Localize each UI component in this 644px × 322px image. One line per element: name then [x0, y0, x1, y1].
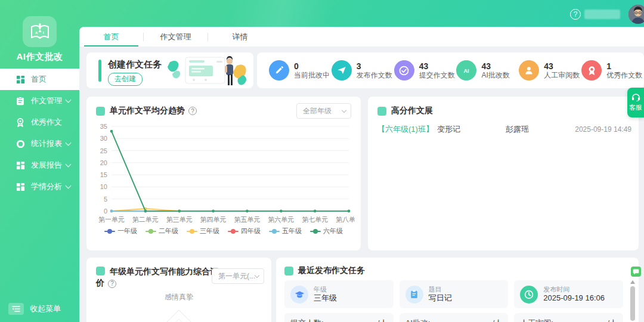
task-info-card-0: 年级三年级	[284, 280, 394, 308]
card-value: 2025-09-19 16:06	[543, 293, 605, 303]
plane-icon	[332, 60, 352, 80]
unit-select[interactable]: 第一单元(...	[212, 268, 264, 284]
svg-text:30: 30	[100, 135, 107, 142]
highscore-panel-title: 高分作文展	[391, 106, 433, 116]
legend-item-0[interactable]: 一年级	[104, 227, 137, 236]
sidebar: A I AI作文批改 首页作文管理优秀作文统计报表发展报告学情分析 收起菜单	[0, 0, 79, 322]
legend-marker	[228, 229, 239, 234]
banner-accent-bar	[98, 60, 101, 82]
legend-marker	[310, 229, 321, 234]
chevron-down-icon	[342, 108, 346, 113]
user-name-blurred	[584, 10, 620, 19]
ability-help-icon[interactable]: ?	[108, 280, 116, 288]
panel-bullet	[284, 267, 293, 275]
svg-text:第二单元: 第二单元	[132, 216, 159, 223]
legend-item-1[interactable]: 二年级	[145, 227, 178, 236]
stat-row-label: 提交人数:	[290, 318, 324, 322]
stat-row-label: 人工审阅:	[520, 318, 553, 322]
ring-icon	[16, 139, 25, 148]
sidebar-item-3[interactable]: 统计报表	[0, 133, 79, 154]
stats-summary-card: 0当前批改中3发布作文数43提交作文数AI43AI批改数43人工审阅数1优秀作文…	[257, 52, 644, 88]
radar-chart	[86, 302, 271, 322]
sidebar-item-1[interactable]: 作文管理	[0, 90, 79, 112]
sidebar-item-label: 作文管理	[31, 95, 62, 106]
recent-task-panel: 最近发布作文任务 年级三年级题目写日记发布时间2025-09-19 16:06 …	[276, 258, 639, 322]
chart-legend: 一年级二年级三年级四年级五年级六年级	[86, 227, 361, 236]
ability-panel-title-block: 年级单元作文写作能力综合评价?	[96, 266, 224, 289]
app-logo-icon: A I	[23, 16, 57, 47]
legend-item-3[interactable]: 四年级	[228, 227, 261, 236]
stat-item-3: AI43AI批改数	[456, 60, 519, 80]
trend-panel-title: 单元作文平均分趋势	[110, 106, 185, 116]
stat-row-unit: /人	[493, 318, 503, 322]
sidebar-item-5[interactable]: 学情分析	[0, 176, 79, 197]
scroll-thumb[interactable]	[630, 286, 635, 321]
chevron-down-icon	[66, 140, 72, 146]
tab-1[interactable]: 作文管理	[144, 27, 208, 47]
svg-text:第六单元: 第六单元	[268, 216, 294, 223]
chevron-down-icon	[255, 273, 259, 278]
collapse-menu-button[interactable]: 收起菜单	[0, 301, 79, 317]
stat-item-1: 3发布作文数	[332, 60, 394, 80]
legend-marker	[187, 229, 197, 234]
tab-0[interactable]: 首页	[79, 27, 143, 47]
chat-widget-icon[interactable]	[631, 267, 641, 277]
help-icon[interactable]: ?	[570, 9, 581, 20]
medal2-icon	[581, 60, 602, 80]
banner-illustration	[166, 54, 250, 88]
stat-label: 提交作文数	[419, 71, 455, 79]
avatar[interactable]	[628, 5, 644, 24]
task-stat-row-0: 提交人数:/人	[284, 313, 394, 322]
person-icon	[519, 60, 539, 80]
svg-text:20: 20	[100, 159, 107, 166]
legend-item-5[interactable]: 六年级	[310, 227, 343, 236]
sidebar-item-0[interactable]: 首页	[0, 69, 79, 90]
ability-panel: 年级单元作文写作能力综合评价? 第一单元(... 感情真挚	[86, 258, 271, 322]
main-content: 首页作文管理详情 创建作文任务 去创建 0当前批改中3发布作文数43提交作文数A…	[79, 27, 644, 322]
svg-text:10: 10	[100, 183, 107, 190]
svg-text:25: 25	[100, 147, 107, 154]
legend-item-4[interactable]: 五年级	[269, 227, 302, 236]
sidebar-menu: 首页作文管理优秀作文统计报表发展报告学情分析	[0, 69, 79, 197]
customer-service-button[interactable]: 客服	[627, 88, 644, 117]
stat-row-label: AI批改:	[405, 318, 431, 322]
app-title: AI作文批改	[0, 51, 79, 63]
chevron-down-icon	[66, 162, 72, 168]
panel-bullet	[377, 107, 386, 116]
stat-value: 43	[544, 62, 580, 71]
stat-label: AI批改数	[481, 71, 509, 79]
tab-2[interactable]: 详情	[208, 27, 272, 47]
stat-value: 0	[294, 62, 330, 71]
essay-title: 变形记	[437, 124, 506, 135]
svg-text:第八单元: 第八单元	[336, 216, 355, 223]
trend-chart-panel: 单元作文平均分趋势 ? 全部年级 05101520253035第一单元第二单元第…	[86, 97, 361, 250]
stat-label: 发布作文数	[357, 71, 392, 79]
sidebar-item-label: 首页	[31, 74, 47, 85]
collapse-icon	[8, 303, 24, 315]
sidebar-item-2[interactable]: 优秀作文	[0, 112, 79, 133]
sidebar-item-label: 发展报告	[31, 160, 62, 171]
stat-value: 43	[419, 62, 455, 71]
trend-help-icon[interactable]: ?	[188, 107, 197, 115]
go-create-button[interactable]: 去创建	[108, 73, 143, 86]
banner-title: 创建作文任务	[108, 59, 162, 70]
svg-text:第三单元: 第三单元	[166, 216, 193, 223]
legend-item-2[interactable]: 三年级	[187, 227, 219, 236]
scroll-up-arrow[interactable]	[630, 280, 635, 284]
svg-text:35: 35	[100, 123, 107, 130]
svg-text:第七单元: 第七单元	[302, 216, 328, 223]
svg-text:第四单元: 第四单元	[200, 216, 227, 223]
stat-label: 优秀作文数	[606, 71, 642, 79]
sidebar-item-4[interactable]: 发展报告	[0, 154, 79, 176]
sidebar-item-label: 学情分析	[31, 181, 62, 192]
grade-select[interactable]: 全部年级	[296, 103, 351, 119]
trend-line-chart: 05101520253035第一单元第二单元第三单元第四单元第五单元第六单元第七…	[92, 122, 355, 241]
sidebar-item-label: 统计报表	[31, 138, 62, 149]
clock-icon	[520, 286, 538, 304]
medal-icon	[16, 117, 25, 127]
stat-value: 1	[606, 62, 642, 71]
publish-time: 2025-09-19 14:49	[575, 125, 631, 134]
stat-row-unit: /人	[607, 318, 617, 322]
highscore-row[interactable]: 【六年级(1)班】变形记彭露瑶2025-09-19 14:49	[377, 124, 631, 135]
recent-task-stats: 提交人数:/人AI批改:/人人工审阅:/人	[284, 313, 623, 322]
